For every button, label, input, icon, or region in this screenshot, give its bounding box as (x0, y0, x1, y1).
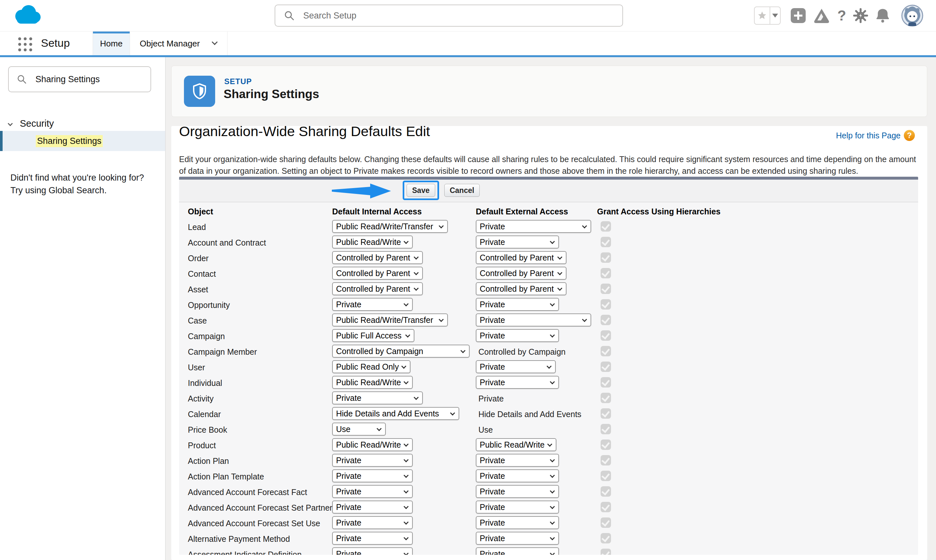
internal-access-value: Private (336, 518, 361, 528)
external-access-select[interactable]: Controlled by Parent (476, 267, 566, 280)
astro-avatar-icon (901, 5, 923, 27)
chevron-down-icon (405, 332, 410, 338)
external-access-select[interactable]: Private (476, 516, 559, 529)
internal-access-select[interactable]: Public Read Only (332, 360, 410, 373)
external-access-text: Private (478, 394, 504, 403)
object-label: Account and Contract (188, 238, 266, 248)
chevron-down-icon (550, 379, 555, 385)
save-button[interactable]: Save (407, 184, 435, 197)
help-icon[interactable]: ? (835, 0, 848, 31)
help-for-page-link[interactable]: Help for this Page (836, 131, 901, 140)
object-label: Order (188, 254, 209, 263)
internal-access-value: Hide Details and Add Events (336, 409, 439, 418)
internal-access-select[interactable]: Private (332, 469, 413, 482)
internal-access-select[interactable]: Controlled by Parent (332, 251, 423, 264)
external-access-select[interactable]: Private (476, 469, 559, 482)
tab-object-manager[interactable]: Object Manager (130, 31, 228, 55)
notifications-button[interactable] (875, 0, 890, 31)
internal-access-select[interactable]: Public Read/Write/Transfer (332, 220, 448, 233)
external-access-value: Private (480, 315, 505, 325)
internal-access-select[interactable]: Private (332, 298, 413, 311)
internal-access-select[interactable]: Public Full Access (332, 329, 414, 342)
external-access-value: Private (480, 362, 505, 372)
grant-access-hierarchies-checkbox (601, 549, 611, 555)
external-access-select[interactable]: Private (476, 329, 559, 342)
favorites-control[interactable] (754, 0, 781, 31)
help-question-icon[interactable]: ? (904, 130, 915, 141)
chevron-down-icon (582, 223, 587, 229)
grant-access-hierarchies-checkbox (601, 237, 611, 247)
internal-access-select[interactable]: Public Read/Write (332, 438, 413, 451)
internal-access-select[interactable]: Private (332, 516, 413, 529)
external-access-select[interactable]: Private (476, 360, 556, 373)
chevron-down-icon (401, 364, 407, 369)
external-access-select[interactable]: Private (476, 314, 591, 326)
external-access-text: Controlled by Campaign (478, 347, 566, 357)
internal-access-select[interactable]: Use (332, 423, 386, 435)
internal-access-select[interactable]: Private (332, 500, 413, 514)
external-access-select[interactable]: Private (476, 376, 559, 389)
grant-access-hierarchies-checkbox (601, 517, 611, 528)
external-access-value: Private (480, 471, 505, 481)
grant-access-hierarchies-checkbox (601, 252, 611, 263)
object-label: User (188, 363, 205, 372)
external-access-select[interactable]: Controlled by Parent (476, 282, 566, 295)
global-search-placeholder: Search Setup (303, 11, 356, 21)
external-access-value: Private (480, 222, 505, 231)
quick-find-input[interactable]: Sharing Settings (8, 66, 151, 92)
section-header-bar (179, 177, 918, 180)
internal-access-select[interactable]: Public Read/Write (332, 235, 413, 249)
internal-access-value: Public Read/Write (336, 378, 401, 387)
external-access-value: Public Read/Write (480, 440, 545, 449)
internal-access-select[interactable]: Private (332, 547, 413, 555)
external-access-select[interactable]: Controlled by Parent (476, 251, 566, 264)
trailhead-help-button[interactable] (813, 0, 831, 31)
internal-access-select[interactable]: Public Read/Write/Transfer (332, 314, 448, 326)
app-launcher-waffle-icon[interactable] (18, 37, 35, 52)
grant-access-hierarchies-checkbox (601, 486, 611, 497)
internal-access-select[interactable]: Private (332, 454, 413, 467)
external-access-select[interactable]: Private (476, 298, 559, 311)
external-access-select[interactable]: Private (476, 485, 559, 498)
external-access-select[interactable]: Private (476, 547, 559, 555)
chevron-down-icon (557, 270, 563, 275)
section-description: Edit your organization-wide sharing defa… (179, 153, 924, 177)
internal-access-select[interactable]: Controlled by Parent (332, 267, 423, 280)
internal-access-select[interactable]: Public Read/Write (332, 376, 413, 389)
tab-home[interactable]: Home (93, 31, 130, 55)
favorite-star-icon[interactable] (755, 7, 770, 24)
internal-access-select[interactable]: Controlled by Parent (332, 282, 423, 295)
favorites-dropdown-icon[interactable] (770, 7, 780, 24)
setup-nav-bar: Setup Home Object Manager (0, 31, 936, 57)
external-access-select[interactable]: Private (476, 500, 559, 514)
internal-access-select[interactable]: Private (332, 391, 423, 405)
global-actions-button[interactable] (790, 0, 806, 31)
cancel-button[interactable]: Cancel (444, 184, 480, 197)
internal-access-value: Controlled by Parent (336, 269, 410, 278)
external-access-select[interactable]: Private (476, 235, 559, 249)
internal-access-select[interactable]: Private (332, 532, 413, 545)
internal-access-select[interactable]: Hide Details and Add Events (332, 407, 459, 420)
internal-access-value: Controlled by Parent (336, 284, 410, 294)
external-access-select[interactable]: Private (476, 454, 559, 467)
global-search-input[interactable]: Search Setup (274, 5, 623, 27)
internal-access-value: Public Read/Write (336, 237, 401, 247)
grant-access-hierarchies-checkbox (601, 408, 611, 419)
internal-access-select[interactable]: Controlled by Campaign (332, 345, 470, 358)
setup-gear-button[interactable] (852, 0, 869, 31)
external-access-text: Use (478, 425, 493, 435)
external-access-select[interactable]: Private (476, 220, 591, 233)
table-row: CalendarHide Details and Add EventsHide … (179, 406, 918, 421)
external-access-text: Hide Details and Add Events (478, 409, 581, 419)
sidebar-item-sharing-settings[interactable]: Sharing Settings (0, 131, 165, 151)
sidebar-section-security[interactable]: Security (0, 116, 165, 131)
user-avatar[interactable] (901, 0, 924, 31)
internal-access-select[interactable]: Private (332, 485, 413, 498)
grant-access-hierarchies-checkbox (601, 362, 611, 372)
external-access-select[interactable]: Public Read/Write (476, 438, 557, 451)
external-access-select[interactable]: Private (476, 532, 559, 545)
object-label: Contact (188, 269, 216, 279)
grant-access-hierarchies-checkbox (601, 283, 611, 294)
column-header-internal: Default Internal Access (332, 207, 422, 216)
grant-access-hierarchies-checkbox (601, 346, 611, 356)
